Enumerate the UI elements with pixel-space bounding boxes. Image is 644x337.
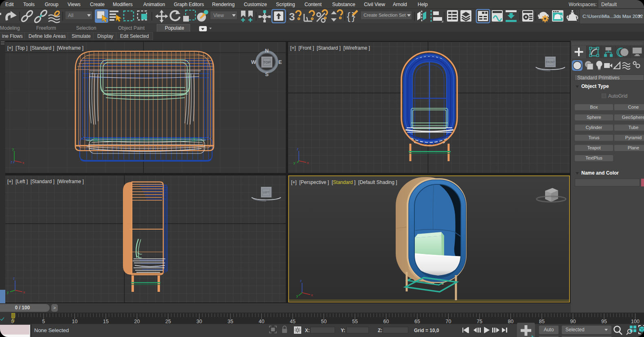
svg-text:W: W: [251, 59, 256, 65]
svg-text:20: 20: [134, 319, 140, 324]
svg-text:x: x: [307, 161, 309, 165]
svg-text:30: 30: [197, 319, 202, 324]
svg-text:80: 80: [508, 319, 514, 324]
svg-text:E: E: [278, 59, 282, 65]
svg-text:View: View: [213, 13, 224, 18]
svg-text:y: y: [7, 290, 9, 294]
svg-text:x: x: [311, 293, 313, 297]
svg-text:x: x: [22, 161, 24, 165]
svg-text:85: 85: [539, 319, 545, 324]
svg-text:z: z: [297, 147, 299, 151]
svg-text:z: z: [13, 276, 15, 280]
svg-text:25: 25: [165, 319, 171, 324]
svg-text:55: 55: [352, 319, 358, 324]
svg-text:All: All: [68, 13, 73, 18]
svg-text:LEFT: LEFT: [263, 191, 269, 194]
svg-text:y: y: [296, 294, 298, 298]
svg-text:y: y: [12, 147, 14, 151]
svg-text:50: 50: [321, 319, 327, 324]
svg-text:y: y: [294, 161, 296, 165]
svg-text:C:\Users\Mla...3ds Max 2022: C:\Users\Mla...3ds Max 2022: [583, 14, 643, 19]
svg-text:3: 3: [289, 11, 295, 23]
svg-text:100: 100: [631, 319, 640, 324]
svg-text:10: 10: [72, 319, 78, 324]
svg-text:35: 35: [228, 319, 233, 324]
svg-text:45: 45: [290, 319, 296, 324]
svg-text:65: 65: [414, 319, 420, 324]
svg-text:95: 95: [601, 319, 607, 324]
svg-text:z: z: [300, 279, 302, 283]
svg-text:15: 15: [103, 319, 109, 324]
svg-text:{: {: [347, 10, 350, 22]
svg-text:90: 90: [570, 319, 576, 324]
svg-text:70: 70: [446, 319, 451, 324]
svg-text:z: z: [11, 160, 13, 164]
svg-text:60: 60: [383, 319, 389, 324]
svg-text:N: N: [265, 48, 269, 54]
svg-text:TOP: TOP: [263, 60, 270, 64]
svg-text:5: 5: [42, 319, 45, 324]
svg-text:x: x: [23, 290, 25, 294]
svg-text:S: S: [265, 71, 269, 77]
svg-text:Create Selection Set: Create Selection Set: [364, 13, 406, 18]
svg-text:40: 40: [259, 319, 265, 324]
svg-text:75: 75: [477, 319, 482, 324]
svg-text:FRONT: FRONT: [546, 61, 555, 63]
